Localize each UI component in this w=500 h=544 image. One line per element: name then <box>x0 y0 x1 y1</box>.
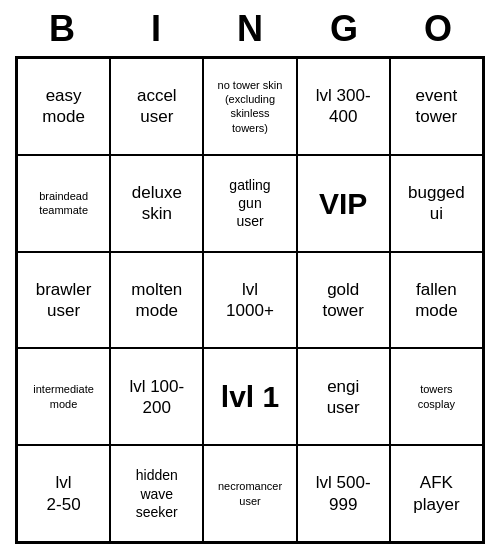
cell-text-r2c1: molten mode <box>131 279 182 322</box>
bingo-cell-r0c4: event tower <box>390 58 483 155</box>
cell-text-r0c1: accel user <box>137 85 177 128</box>
bingo-cell-r3c1: lvl 100- 200 <box>110 348 203 445</box>
cell-text-r4c3: lvl 500- 999 <box>316 472 371 515</box>
cell-text-r0c0: easy mode <box>42 85 85 128</box>
bingo-cell-r0c2: no tower skin (excluding skinless towers… <box>203 58 296 155</box>
cell-text-r3c1: lvl 100- 200 <box>129 376 184 419</box>
bingo-cell-r2c1: molten mode <box>110 252 203 349</box>
bingo-cell-r4c3: lvl 500- 999 <box>297 445 390 542</box>
cell-text-r3c2: lvl 1 <box>221 380 279 413</box>
cell-text-r4c4: AFK player <box>413 472 459 515</box>
bingo-cell-r3c0: intermediate mode <box>17 348 110 445</box>
bingo-cell-r2c0: brawler user <box>17 252 110 349</box>
cell-text-r3c4: towers cosplay <box>418 382 455 411</box>
cell-text-r2c2: lvl 1000+ <box>226 279 274 322</box>
cell-text-r2c3: gold tower <box>322 279 364 322</box>
cell-text-r4c2: necromancer user <box>218 479 282 508</box>
cell-text-r1c1: deluxe skin <box>132 182 182 225</box>
bingo-cell-r1c0: braindead teammate <box>17 155 110 252</box>
bingo-cell-r1c4: bugged ui <box>390 155 483 252</box>
cell-text-r0c3: lvl 300- 400 <box>316 85 371 128</box>
letter-g: G <box>304 8 384 50</box>
bingo-cell-r1c2: gatling gun user <box>203 155 296 252</box>
bingo-cell-r2c2: lvl 1000+ <box>203 252 296 349</box>
cell-text-r0c2: no tower skin (excluding skinless towers… <box>218 78 283 135</box>
bingo-cell-r4c2: necromancer user <box>203 445 296 542</box>
cell-text-r4c0: lvl 2-50 <box>47 472 81 515</box>
bingo-cell-r0c0: easy mode <box>17 58 110 155</box>
bingo-cell-r2c3: gold tower <box>297 252 390 349</box>
bingo-cell-r1c3: VIP <box>297 155 390 252</box>
cell-text-r1c4: bugged ui <box>408 182 465 225</box>
bingo-cell-r4c1: hidden wave seeker <box>110 445 203 542</box>
bingo-cell-r4c4: AFK player <box>390 445 483 542</box>
letter-b: B <box>22 8 102 50</box>
cell-text-r1c0: braindead teammate <box>39 189 88 218</box>
cell-text-r4c1: hidden wave seeker <box>136 466 178 521</box>
cell-text-r2c4: fallen mode <box>415 279 458 322</box>
bingo-cell-r0c3: lvl 300- 400 <box>297 58 390 155</box>
cell-text-r1c2: gatling gun user <box>229 176 270 231</box>
cell-text-r1c3: VIP <box>319 187 367 220</box>
letter-i: I <box>116 8 196 50</box>
cell-text-r3c0: intermediate mode <box>33 382 94 411</box>
bingo-cell-r3c4: towers cosplay <box>390 348 483 445</box>
cell-text-r3c3: engi user <box>327 376 360 419</box>
bingo-cell-r3c2: lvl 1 <box>203 348 296 445</box>
bingo-cell-r4c0: lvl 2-50 <box>17 445 110 542</box>
cell-text-r0c4: event tower <box>416 85 458 128</box>
bingo-grid: easy modeaccel userno tower skin (exclud… <box>15 56 485 544</box>
bingo-cell-r2c4: fallen mode <box>390 252 483 349</box>
bingo-title: B I N G O <box>15 0 485 56</box>
letter-o: O <box>398 8 478 50</box>
bingo-cell-r3c3: engi user <box>297 348 390 445</box>
bingo-cell-r1c1: deluxe skin <box>110 155 203 252</box>
bingo-cell-r0c1: accel user <box>110 58 203 155</box>
cell-text-r2c0: brawler user <box>36 279 92 322</box>
letter-n: N <box>210 8 290 50</box>
